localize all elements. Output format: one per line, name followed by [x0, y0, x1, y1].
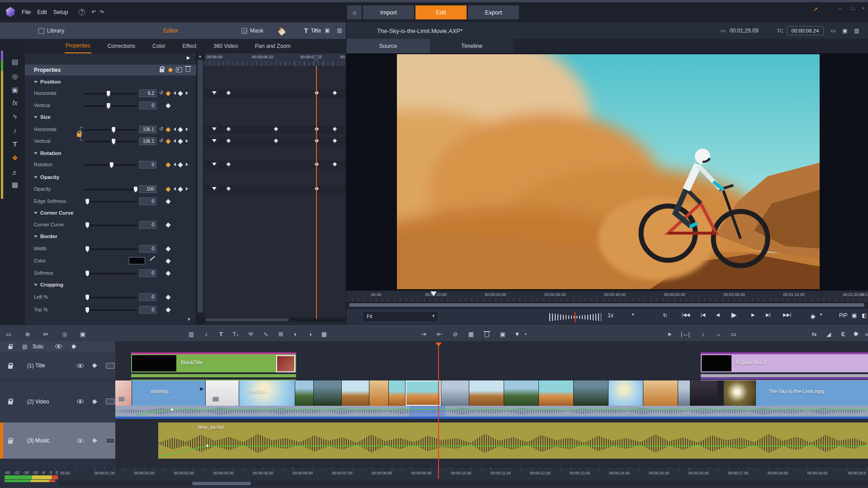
export-button[interactable]: Export	[468, 5, 519, 19]
horizontal-value[interactable]: 6.2	[139, 89, 156, 97]
keyword-group-icon[interactable]: ▦	[319, 329, 329, 338]
crop-left-slider[interactable]	[85, 297, 137, 298]
subtitle-tool-icon[interactable]: T₊	[231, 329, 241, 338]
lock-icon[interactable]	[8, 401, 13, 404]
add-keyframe-icon[interactable]	[165, 222, 170, 227]
next-keyframe-icon[interactable]	[186, 127, 188, 131]
keyframe-toggle-icon[interactable]	[165, 91, 170, 96]
add-keyframe-icon[interactable]	[178, 91, 183, 96]
speaker-icon[interactable]	[93, 363, 99, 368]
eye-icon[interactable]	[55, 344, 62, 348]
score-icon[interactable]: ♪	[201, 329, 211, 338]
auto-scroll-icon[interactable]: »	[862, 329, 868, 338]
clip-thumbnail-selected[interactable]	[276, 355, 295, 372]
clip-music[interactable]: bmx_ya-ha!	[158, 422, 868, 459]
subtab[interactable]: Corrections	[107, 39, 136, 53]
keyframe-toggle-icon[interactable]	[165, 139, 170, 144]
dual-view-icon[interactable]: ▥	[853, 27, 861, 35]
track-header-music[interactable]: (3) Music	[0, 422, 115, 459]
minimize-icon[interactable]: –	[835, 5, 844, 11]
clip-thumbnail[interactable]	[574, 380, 608, 406]
track-header-video[interactable]: (2) Video	[0, 380, 115, 422]
projects-icon[interactable]: ▣	[10, 86, 20, 94]
clip-thumbnail[interactable]	[389, 380, 405, 406]
timeline-playhead-handle[interactable]	[435, 343, 442, 347]
opacity-slider[interactable]	[85, 189, 137, 190]
speaker-icon[interactable]	[93, 438, 99, 443]
menu-item[interactable]: File	[22, 9, 31, 15]
add-keyframe-icon[interactable]	[178, 187, 183, 192]
keyframe-hscrollbar[interactable]	[204, 317, 346, 322]
motion-icon[interactable]: ❖	[10, 154, 20, 162]
color-picker-icon[interactable]	[150, 256, 155, 261]
fit-vertical-icon[interactable]: ↕	[698, 329, 708, 338]
border-color-swatch[interactable]	[129, 257, 145, 264]
prev-keyframe-icon[interactable]	[174, 91, 176, 95]
redo-icon[interactable]: ↷	[98, 8, 106, 16]
section-size[interactable]: Size	[25, 113, 196, 121]
scroll-up-icon[interactable]: ▲	[198, 54, 202, 58]
reset-icon[interactable]: ↺	[159, 126, 163, 132]
add-keyframe-icon[interactable]	[165, 258, 170, 263]
border-softness-value[interactable]: 0	[139, 269, 156, 277]
clip-thumbnail[interactable]	[295, 380, 313, 406]
edit-button[interactable]: Edit	[415, 5, 467, 19]
score-icon[interactable]: ♬	[10, 169, 20, 176]
sphere-360-icon[interactable]: ◐	[291, 329, 301, 338]
size-vertical-slider[interactable]	[85, 141, 137, 142]
timeline-ruler[interactable]: 00.0000:00:01.0000:00:02.0000:00:03.0000…	[45, 471, 868, 475]
clip-thumbnail[interactable]	[469, 380, 504, 406]
corner-curve-value[interactable]: 0	[139, 221, 156, 229]
section-opacity[interactable]: Opacity	[25, 173, 196, 181]
duplicate-icon[interactable]: ▣	[323, 26, 331, 34]
subtab[interactable]: Properties	[65, 39, 91, 53]
video-audio-strip[interactable]	[115, 406, 868, 417]
snapshot-icon[interactable]: ▣	[498, 329, 508, 338]
preview-ruler[interactable]: 00.0000:00:10.0000:00:20.0000:00:30.0000…	[346, 291, 868, 302]
section-position[interactable]: Position	[25, 78, 196, 86]
step-back-icon[interactable]: ◀	[716, 312, 720, 317]
clip-thumbnail-selected[interactable]	[406, 380, 441, 406]
loop-icon[interactable]: ↻	[663, 312, 667, 319]
text-icon[interactable]: T	[10, 140, 20, 148]
audio-mixer-icon[interactable]: ▥	[186, 329, 196, 338]
clip-thumbnail[interactable]	[206, 380, 238, 406]
clip-thumbnail[interactable]	[314, 380, 341, 406]
add-keyframe-icon[interactable]	[165, 271, 170, 276]
size-vertical-value[interactable]: 136.1	[139, 137, 156, 145]
mark-out-icon[interactable]: ⇤	[434, 329, 444, 338]
film-icon[interactable]	[106, 363, 115, 369]
gear-icon[interactable]: ⊕	[23, 329, 33, 338]
clip-thumbnail[interactable]	[504, 380, 538, 406]
volume-dropdown-icon[interactable]: ▾	[820, 312, 822, 317]
help-icon[interactable]: ?	[79, 9, 85, 15]
clip-thumbnail[interactable]	[690, 380, 717, 406]
keyframe-start-icon[interactable]	[212, 127, 217, 131]
menu-item[interactable]: Setup	[53, 9, 68, 15]
speaker-icon[interactable]	[72, 344, 78, 349]
montage-icon[interactable]: ▦	[10, 181, 20, 189]
menu-item[interactable]: Edit	[37, 9, 47, 15]
lock-all-icon[interactable]	[9, 346, 13, 349]
trash-icon[interactable]	[186, 67, 190, 72]
marker-dropdown-icon[interactable]: ▾	[521, 329, 531, 338]
edge-softness-value[interactable]: 0	[139, 197, 156, 205]
fx-icon[interactable]: fx	[10, 99, 20, 107]
clip-thumbnail[interactable]	[441, 380, 469, 406]
clip-thumbnail[interactable]	[539, 380, 573, 406]
lock-icon[interactable]	[8, 440, 13, 444]
clip-thumbnail[interactable]	[724, 380, 755, 406]
clip-blank-title[interactable]: BlankTitle	[131, 352, 296, 372]
mark-in-icon[interactable]: ⇥	[419, 329, 429, 338]
preview-playhead-handle[interactable]	[430, 291, 437, 296]
add-keyframe-icon[interactable]	[165, 103, 170, 108]
undo-icon[interactable]: ↶	[90, 8, 98, 16]
tab-timeline[interactable]: Timeline	[430, 39, 514, 53]
title-tool-icon[interactable]: T	[216, 329, 226, 338]
home-button[interactable]: ⌂	[347, 5, 362, 19]
vertical-slider[interactable]	[85, 105, 137, 107]
audio-monitor-icon[interactable]	[852, 329, 862, 338]
add-keyframe-icon[interactable]	[165, 295, 170, 300]
border-softness-slider[interactable]	[85, 273, 137, 274]
next-keyframe-icon[interactable]	[186, 139, 188, 143]
